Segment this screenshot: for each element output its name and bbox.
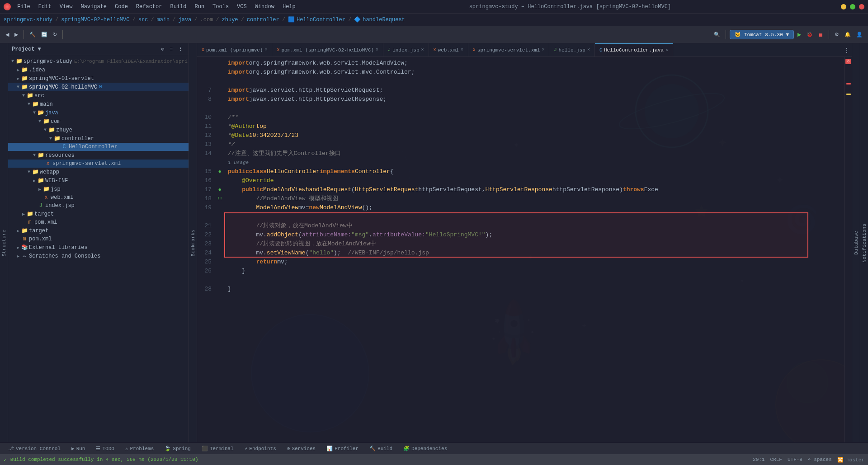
stop-button[interactable]: ⏹	[816, 31, 825, 38]
cursor-position[interactable]: 20:1	[753, 457, 764, 462]
tree-pom-outer[interactable]: m pom.xml	[8, 235, 189, 243]
tree-zhuye[interactable]: ▼ 📁 zhuye	[8, 126, 189, 134]
menu-bar[interactable]: File Edit View Navigate Code Refactor Bu…	[14, 3, 299, 11]
indent-info[interactable]: 4 spaces	[808, 457, 832, 462]
tab-close-3[interactable]: ×	[421, 47, 424, 52]
tab-close-5[interactable]: ×	[542, 47, 544, 52]
tab-hello-controller[interactable]: C HelloController.java ×	[595, 43, 673, 56]
breadcrumb-controller[interactable]: controller	[247, 17, 279, 23]
run-button[interactable]: ▶	[796, 31, 803, 38]
tab-close-4[interactable]: ×	[461, 47, 463, 52]
settings-button[interactable]: ⚙	[833, 31, 841, 38]
menu-help[interactable]: Help	[279, 3, 299, 11]
tree-webapp[interactable]: ▼ 📁 webapp	[8, 168, 189, 176]
menu-build[interactable]: Build	[166, 3, 190, 11]
tab-problems[interactable]: ⚠ Problems	[121, 445, 158, 452]
tab-more-button[interactable]: ⋮	[842, 43, 852, 56]
git-branch[interactable]: 🔀 master	[837, 457, 864, 463]
tab-dependencies[interactable]: 🧩 Dependencies	[399, 445, 452, 452]
menu-vcs[interactable]: VCS	[233, 3, 250, 11]
tab-build[interactable]: 🔨 Build	[365, 445, 397, 452]
breadcrumb-java[interactable]: java	[179, 17, 192, 23]
line-separator[interactable]: CRLF	[770, 457, 782, 462]
maximize-button[interactable]	[850, 4, 855, 9]
notifications-panel[interactable]: Notifications	[860, 43, 868, 442]
collapse-all[interactable]: ≡	[168, 45, 175, 53]
tree-src[interactable]: ▼ 📁 src	[8, 91, 189, 100]
tree-mvc01[interactable]: ▶ 📁 springMVC-01-servlet	[8, 74, 189, 83]
expand-target-outer[interactable]: ▶	[15, 228, 21, 234]
tab-close-6[interactable]: ×	[587, 47, 590, 52]
debug-button[interactable]: 🐞	[805, 31, 815, 38]
menu-refactor[interactable]: Refactor	[132, 3, 166, 11]
breadcrumb-src[interactable]: src	[138, 17, 148, 23]
back-button[interactable]: ◀	[4, 31, 11, 38]
tree-external-libs[interactable]: ▶ 📚 External Libraries	[8, 243, 189, 252]
tab-version-control[interactable]: ⎇ Version Control	[4, 445, 65, 452]
breadcrumb-zhuye[interactable]: zhuye	[222, 17, 238, 23]
expand-mvc02[interactable]: ▼	[15, 85, 21, 89]
expand-target-inner[interactable]: ▶	[21, 211, 26, 217]
tab-profiler[interactable]: 📊 Profiler	[322, 445, 363, 452]
tab-todo[interactable]: ☰ TODO	[91, 445, 118, 452]
menu-edit[interactable]: Edit	[35, 3, 55, 11]
expand-java[interactable]: ▼	[32, 110, 37, 115]
menu-view[interactable]: View	[56, 3, 76, 11]
expand-resources[interactable]: ▼	[32, 153, 37, 158]
tree-java[interactable]: ▼ 📂 java	[8, 108, 189, 117]
tree-mvc02[interactable]: ▼ 📁 springMVC-02-helloMVC M	[8, 83, 189, 91]
expand-main[interactable]: ▼	[26, 102, 32, 107]
tree-webxml[interactable]: x web.xml	[8, 193, 189, 202]
tab-pom-mvc02[interactable]: x pom.xml (springMVC-02-helloMVC) ×	[272, 43, 383, 56]
tree-webinf[interactable]: ▶ 📁 WEB-INF	[8, 176, 189, 185]
expand-zhuye[interactable]: ▼	[42, 127, 48, 132]
run-configuration[interactable]: 🐱 Tomcat 8.5.30 ▼	[730, 30, 794, 39]
tree-indexjsp[interactable]: J index.jsp	[8, 202, 189, 210]
tree-controller[interactable]: ▼ 📁 controller	[8, 134, 189, 143]
file-encoding[interactable]: UTF-8	[788, 457, 802, 462]
tree-com[interactable]: ▼ 📁 com	[8, 117, 189, 126]
expand-root[interactable]: ▼	[10, 59, 15, 64]
tab-web-xml[interactable]: x web.xml ×	[429, 43, 468, 56]
menu-tools[interactable]: Tools	[209, 3, 232, 11]
breadcrumb-project[interactable]: springmvc-study	[4, 17, 52, 23]
tab-run[interactable]: ▶ Run	[67, 445, 90, 452]
structure-panel[interactable]: Structure	[0, 43, 8, 442]
tree-target-outer[interactable]: ▶ 📁 target	[8, 226, 189, 235]
tab-close-2[interactable]: ×	[376, 47, 378, 52]
expand-com[interactable]: ▼	[37, 119, 42, 124]
tab-services[interactable]: ⚙ Services	[283, 445, 320, 452]
tree-hello-controller[interactable]: C HelloController	[8, 143, 189, 151]
expand-mvc01[interactable]: ▶	[15, 76, 21, 81]
tree-target-inner[interactable]: ▶ 📁 target	[8, 210, 189, 218]
tab-index-jsp[interactable]: J index.jsp ×	[383, 43, 429, 56]
locate-in-tree[interactable]: ⊕	[160, 45, 166, 53]
minimize-button[interactable]	[841, 4, 846, 9]
tab-endpoints[interactable]: ⚡ Endpoints	[240, 445, 281, 452]
expand-jsp-folder[interactable]: ▶	[37, 187, 42, 192]
menu-file[interactable]: File	[14, 3, 34, 11]
breadcrumb-class[interactable]: HelloController	[297, 17, 345, 23]
tab-close-7[interactable]: ×	[665, 48, 668, 53]
tree-root[interactable]: ▼ 📁 springmvc-study E:\Program Files\IDE…	[8, 57, 189, 66]
sync-button[interactable]: 🔄	[39, 31, 49, 38]
expand-idea[interactable]: ▶	[15, 67, 21, 73]
tab-springmvc-servlet[interactable]: x springmvc-servlet.xml ×	[468, 43, 550, 56]
tree-servlet-xml[interactable]: x springmvc-servlet.xml	[8, 160, 189, 168]
tab-close-1[interactable]: ×	[264, 47, 267, 52]
expand-controller[interactable]: ▼	[48, 136, 53, 141]
bookmarks-panel[interactable]: Bookmarks	[189, 43, 197, 442]
breadcrumb-main[interactable]: main	[156, 17, 170, 23]
database-panel[interactable]: Database	[852, 43, 860, 442]
tab-terminal[interactable]: ⬛ Terminal	[197, 445, 238, 452]
menu-window[interactable]: Window	[251, 3, 278, 11]
more-options[interactable]: ⋮	[176, 45, 185, 53]
expand-src[interactable]: ▼	[21, 93, 26, 98]
menu-code[interactable]: Code	[111, 3, 132, 11]
tab-spring[interactable]: 🍃 Spring	[160, 445, 195, 452]
menu-run[interactable]: Run	[191, 3, 208, 11]
refresh-button[interactable]: ↻	[51, 31, 59, 38]
search-button[interactable]: 🔍	[712, 31, 722, 38]
menu-navigate[interactable]: Navigate	[77, 3, 110, 11]
tab-hello-jsp[interactable]: J hello.jsp ×	[549, 43, 594, 56]
